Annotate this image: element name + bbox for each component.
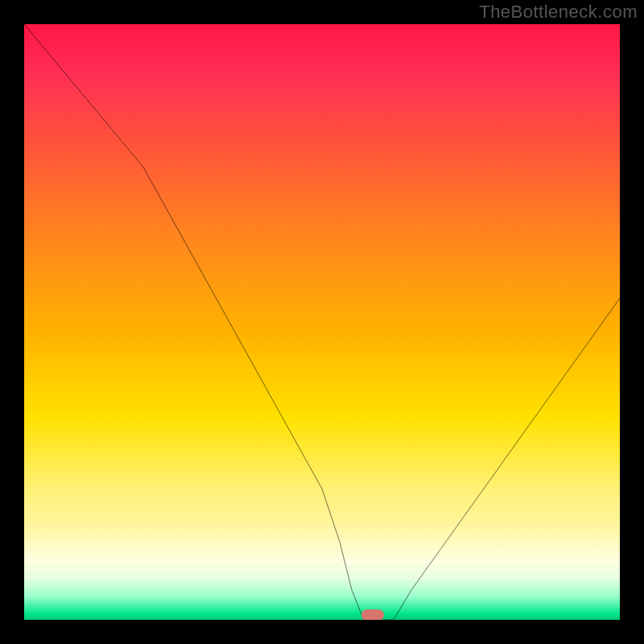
watermark-text: TheBottleneck.com xyxy=(479,2,638,23)
bottleneck-curve xyxy=(24,24,620,620)
minimum-marker xyxy=(361,609,384,620)
chart-frame: TheBottleneck.com xyxy=(0,0,644,644)
plot-area xyxy=(24,24,620,620)
